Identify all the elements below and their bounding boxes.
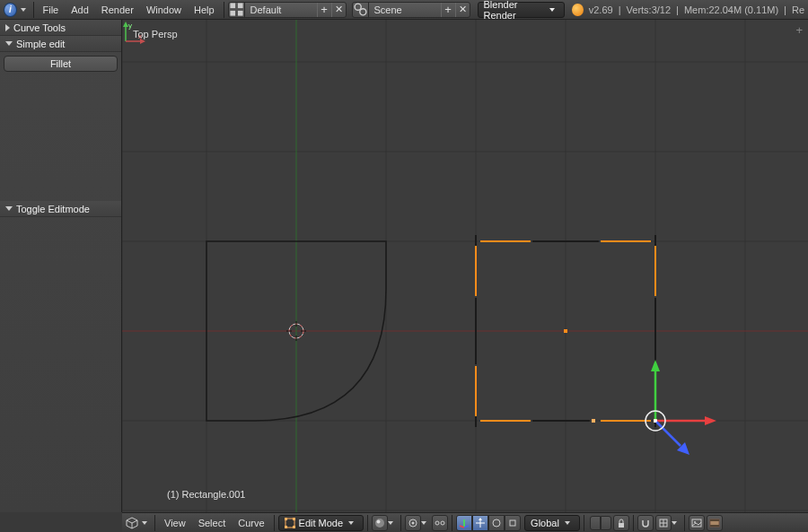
scene-select[interactable]: Scene + ✕ <box>352 2 470 18</box>
panel-curve-tools-header[interactable]: Curve Tools <box>0 20 121 36</box>
orientation-select[interactable]: Global <box>524 515 580 531</box>
panel-toggle-editmode-label: Toggle Editmode <box>16 204 90 214</box>
orientation-label: Global <box>531 518 559 528</box>
render-anim-icon[interactable] <box>707 515 723 531</box>
layout-delete-button[interactable]: ✕ <box>331 3 346 17</box>
menu-help[interactable]: Help <box>189 4 220 15</box>
fillet-button[interactable]: Fillet <box>4 56 118 72</box>
viewport-object-label: (1) Rectangle.001 <box>167 489 245 500</box>
svg-rect-81 <box>510 520 515 526</box>
divider <box>452 515 452 531</box>
blender-logo-icon <box>572 4 584 16</box>
viewmenu-view[interactable]: View <box>159 518 191 528</box>
3d-viewport[interactable]: Top Persp (1) Rectangle.001 + y x <box>122 20 808 512</box>
svg-point-52 <box>654 419 657 423</box>
menu-window[interactable]: Window <box>141 4 187 15</box>
svg-marker-46 <box>705 416 716 425</box>
render-engine-select[interactable]: Blender Render <box>478 2 566 18</box>
disclosure-right-icon <box>5 24 10 31</box>
viewmenu-curve[interactable]: Curve <box>233 518 269 528</box>
svg-rect-1 <box>237 3 242 8</box>
manipulator-rotate[interactable] <box>488 515 505 531</box>
svg-rect-67 <box>293 526 295 528</box>
snap-toggle[interactable] <box>637 515 654 531</box>
panel-toggle-editmode-header[interactable]: Toggle Editmode <box>0 201 121 217</box>
svg-rect-0 <box>230 3 235 8</box>
svg-rect-82 <box>619 523 624 528</box>
svg-rect-2 <box>230 11 235 16</box>
svg-rect-64 <box>285 518 287 520</box>
disclosure-down-icon <box>5 41 13 46</box>
editmode-icon <box>285 518 295 528</box>
divider <box>684 515 685 531</box>
panel-simple-edit-header[interactable]: Simple edit <box>0 36 121 52</box>
layer-1[interactable] <box>590 516 601 530</box>
svg-text:x: x <box>138 32 142 40</box>
divider <box>400 515 401 531</box>
manipulator-translate[interactable] <box>472 515 488 531</box>
divider: | <box>784 4 786 15</box>
chevron-down-icon <box>549 8 555 12</box>
scene-browse-icon[interactable] <box>353 2 369 18</box>
panel-spacer <box>0 75 121 201</box>
svg-point-68 <box>375 519 384 528</box>
mode-select[interactable]: Edit Mode <box>278 515 364 531</box>
shading-select[interactable] <box>372 515 388 531</box>
divider: | <box>619 4 621 15</box>
svg-point-73 <box>441 521 444 525</box>
menu-render[interactable]: Render <box>96 4 139 15</box>
info-header: i File Add Render Window Help Default + … <box>0 0 808 20</box>
divider: | <box>676 4 679 15</box>
svg-point-72 <box>435 521 439 525</box>
mode-label: Edit Mode <box>299 518 344 528</box>
chevron-down-icon[interactable] <box>142 521 147 525</box>
render-image-icon[interactable] <box>689 515 705 531</box>
svg-text:y: y <box>128 22 132 30</box>
editor-type-dropdown-icon[interactable] <box>21 8 26 12</box>
svg-rect-3 <box>237 11 242 16</box>
pivot-individual-toggle[interactable] <box>432 515 448 531</box>
snap-type[interactable] <box>655 515 672 531</box>
editor-type-icon[interactable] <box>126 517 138 529</box>
scene-name[interactable]: Scene <box>369 4 441 15</box>
scene-delete-button[interactable]: ✕ <box>455 3 470 17</box>
manipulator-scale[interactable] <box>505 515 521 531</box>
scene-add-button[interactable]: + <box>441 3 455 17</box>
svg-line-61 <box>132 520 137 523</box>
viewmenu-select[interactable]: Select <box>193 518 232 528</box>
svg-point-5 <box>359 9 365 15</box>
chevron-down-icon <box>348 521 354 525</box>
svg-point-71 <box>412 521 415 524</box>
disclosure-down-icon <box>5 206 13 211</box>
axis-mini-icon: y x <box>122 20 147 45</box>
layout-browse-icon[interactable] <box>229 2 245 18</box>
divider <box>584 515 584 531</box>
svg-rect-90 <box>710 525 719 527</box>
svg-rect-43 <box>592 419 595 423</box>
version-text: v2.69 <box>589 4 613 15</box>
manipulator-toggle[interactable] <box>456 515 472 531</box>
divider <box>274 515 275 531</box>
menu-file[interactable]: File <box>37 4 64 15</box>
layer-lock-icon[interactable] <box>613 515 629 531</box>
layer-2[interactable] <box>601 516 611 530</box>
chevron-down-icon[interactable] <box>421 521 426 525</box>
svg-rect-66 <box>285 526 287 528</box>
svg-rect-89 <box>710 519 719 521</box>
region-toggle-icon[interactable]: + <box>795 23 803 37</box>
3dview-header: View Select Curve Edit Mode <box>122 512 808 532</box>
layer-buttons[interactable] <box>590 516 611 530</box>
layout-name[interactable]: Default <box>245 4 317 15</box>
chevron-down-icon[interactable] <box>672 521 677 525</box>
chevron-down-icon[interactable] <box>388 521 393 525</box>
layout-select[interactable]: Default + ✕ <box>228 2 347 18</box>
layout-add-button[interactable]: + <box>317 3 331 17</box>
divider <box>154 515 155 531</box>
stats-verts: Verts:3/12 <box>627 4 672 15</box>
pivot-select[interactable] <box>405 515 421 531</box>
info-icon[interactable]: i <box>4 3 17 17</box>
menu-add[interactable]: Add <box>66 4 94 15</box>
panel-simple-edit-body: Fillet <box>0 52 121 75</box>
chevron-down-icon <box>565 521 570 525</box>
divider <box>633 515 634 531</box>
